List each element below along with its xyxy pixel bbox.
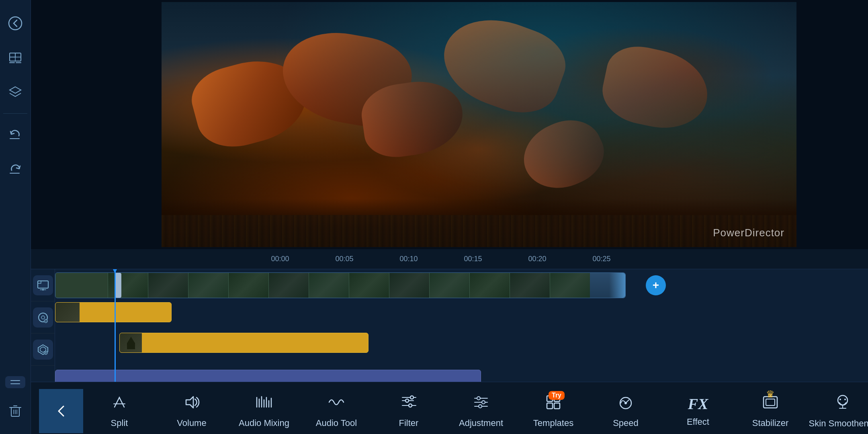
layers-button[interactable] (0, 77, 31, 108)
time-marker-3: 00:15 (441, 255, 505, 263)
effect-icon: FX (688, 395, 708, 413)
filmstrip-frame-12 (550, 273, 590, 298)
track-icon-btn-2[interactable] (33, 307, 53, 328)
svg-marker-7 (10, 87, 21, 93)
video-preview: PowerDirector (31, 0, 868, 249)
svg-point-68 (844, 399, 846, 400)
filmstrip-frame-4 (228, 273, 268, 298)
filmstrip-frame-6 (309, 273, 349, 298)
video-frame: PowerDirector (162, 2, 796, 247)
svg-point-55 (479, 405, 482, 408)
time-marker-0: 00:00 (248, 255, 312, 263)
adjustment-icon (473, 394, 489, 414)
redo-button[interactable] (0, 154, 31, 184)
svg-rect-58 (547, 403, 553, 409)
speed-label: Speed (613, 418, 639, 428)
audio-mixing-icon (255, 394, 273, 414)
split-icon (111, 394, 127, 414)
thumbnail-tree (76, 276, 88, 296)
bottom-toolbar: Split Volume (31, 382, 868, 434)
svg-point-53 (477, 397, 480, 400)
main-video-clip[interactable] (55, 272, 626, 298)
try-badge: Try (549, 391, 565, 400)
track-icon-btn-1[interactable] (33, 275, 53, 295)
adjustment-label: Adjustment (459, 418, 503, 428)
time-markers: 00:00 00:05 00:10 00:15 00:20 00:25 (248, 255, 634, 263)
volume-button[interactable]: Volume (156, 385, 228, 434)
audio-tool-icon (328, 394, 345, 414)
left-sidebar (0, 0, 31, 434)
stabilizer-label: Stabilizer (752, 418, 788, 428)
effect-label: Effect (687, 417, 709, 427)
svg-point-41 (405, 399, 409, 402)
svg-line-62 (626, 400, 629, 403)
filmstrip-frame-7 (349, 273, 389, 298)
filmstrip-frame-10 (469, 273, 510, 298)
watermark: PowerDirector (713, 227, 784, 239)
main-content: PowerDirector 00:00 00:05 00:10 00:15 00… (31, 0, 868, 434)
filter-button[interactable]: Filter (373, 385, 445, 434)
yellow-clip-1[interactable] (55, 302, 172, 322)
audio-clip[interactable] (55, 370, 481, 382)
svg-point-66 (838, 395, 848, 405)
clip-filmstrip (108, 273, 625, 298)
toolbar-back-button[interactable] (39, 389, 83, 433)
filmstrip-frame-11 (510, 273, 550, 298)
yellow-clip-thumb-1 (55, 303, 80, 322)
templates-badge-wrapper: Try (545, 394, 561, 414)
svg-point-0 (9, 17, 22, 30)
delete-button[interactable] (0, 395, 31, 426)
track-icon-cell-2 (31, 301, 55, 334)
media-button[interactable] (0, 43, 31, 73)
track-icon-cell-3 (31, 334, 55, 366)
filmstrip-frame-3 (188, 273, 228, 298)
timeline-area: 00:00 00:05 00:10 00:15 00:20 00:25 (31, 249, 868, 382)
add-track-button[interactable]: + (646, 275, 666, 295)
svg-point-43 (409, 404, 412, 407)
audio-mixing-button[interactable]: Audio Mixing (228, 385, 300, 434)
svg-rect-2 (10, 53, 15, 57)
skin-smoothener-button[interactable]: Skin Smoothener (807, 385, 868, 434)
stabilizer-button[interactable]: ♛ Stabilizer (734, 385, 807, 434)
gravel-texture (162, 215, 796, 247)
speed-icon (617, 394, 634, 414)
track-icons-column (31, 269, 55, 382)
playhead[interactable] (115, 269, 116, 382)
speed-button[interactable]: Speed (590, 385, 662, 434)
back-button[interactable] (0, 8, 31, 39)
track-icon-cell-1 (31, 269, 55, 301)
filmstrip-frame-5 (268, 273, 309, 298)
time-marker-4: 00:20 (505, 255, 569, 263)
track-icon-btn-3[interactable] (33, 340, 53, 360)
volume-icon (183, 394, 201, 414)
svg-point-42 (410, 396, 414, 399)
time-marker-1: 00:05 (312, 255, 377, 263)
svg-marker-31 (127, 337, 135, 343)
effect-button[interactable]: FX Effect (662, 385, 734, 434)
svg-rect-30 (127, 343, 135, 349)
svg-rect-18 (38, 281, 48, 288)
audio-mixing-label: Audio Mixing (239, 418, 289, 428)
svg-point-54 (482, 401, 485, 404)
adjustment-button[interactable]: Adjustment (445, 385, 517, 434)
svg-marker-33 (186, 397, 193, 408)
clip-split-handle[interactable] (115, 273, 121, 298)
audio-tool-button[interactable]: Audio Tool (300, 385, 373, 434)
filter-label: Filter (399, 418, 419, 428)
volume-label: Volume (177, 418, 206, 428)
collapse-handle[interactable] (5, 376, 25, 388)
filmstrip-frame-9 (429, 273, 469, 298)
split-button[interactable]: Split (83, 385, 156, 434)
undo-button[interactable] (0, 119, 31, 150)
time-marker-2: 00:10 (377, 255, 441, 263)
yellow-clip-2[interactable] (119, 333, 368, 353)
clip-right-handle[interactable] (609, 273, 625, 298)
skin-smoothener-label: Skin Smoothener (809, 418, 868, 429)
timeline-tracks: + (31, 269, 868, 382)
crown-badge: ♛ (766, 389, 775, 400)
svg-rect-64 (766, 399, 775, 405)
templates-button[interactable]: Try Templates (517, 385, 590, 434)
sidebar-bottom (0, 373, 31, 426)
time-marker-5: 00:25 (569, 255, 634, 263)
templates-label: Templates (533, 418, 573, 428)
